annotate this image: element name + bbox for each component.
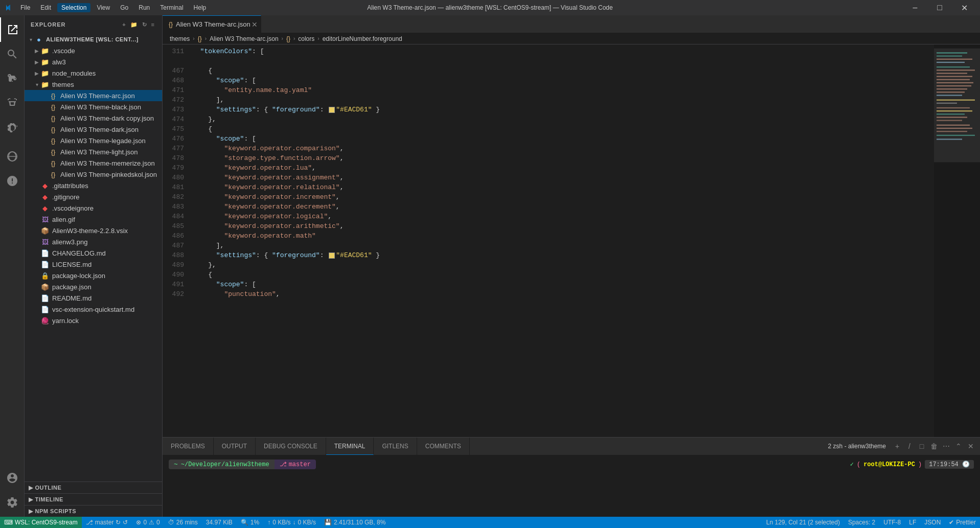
sidebar-item-alw3[interactable]: ▶ 📁 alw3 bbox=[25, 56, 162, 67]
outline-header[interactable]: ▶ OUTLINE bbox=[25, 482, 162, 493]
sidebar-item-alien-gif[interactable]: ▶ 🖼 alien.gif bbox=[25, 214, 162, 225]
status-eol-item[interactable]: LF bbox=[905, 517, 920, 528]
activity-problems[interactable] bbox=[0, 169, 25, 193]
code-line-467: { bbox=[188, 66, 934, 76]
new-file-icon[interactable]: + bbox=[121, 20, 127, 29]
sidebar-item-package[interactable]: ▶ 📦 package.json bbox=[25, 281, 162, 292]
maximize-button[interactable]: □ bbox=[928, 0, 951, 15]
breadcrumb-obj2[interactable]: {} bbox=[285, 35, 291, 42]
minimize-button[interactable]: – bbox=[903, 0, 927, 15]
sidebar-item-themes[interactable]: ▾ 📁 themes bbox=[25, 79, 162, 90]
breadcrumb-editor-line[interactable]: editorLineNumber.foreground bbox=[322, 35, 403, 42]
menu-selection[interactable]: Selection bbox=[57, 3, 90, 12]
status-size-item[interactable]: 34.97 KiB bbox=[202, 517, 237, 528]
sidebar-item-gitattributes[interactable]: ▶ ◆ .gitattributes bbox=[25, 180, 162, 191]
terminal-tab-output[interactable]: OUTPUT bbox=[214, 438, 256, 455]
status-lang-item[interactable]: JSON bbox=[920, 517, 945, 528]
sidebar-item-arc-json[interactable]: ▶ {} Alien W3 Theme-arc.json bbox=[25, 90, 162, 101]
sidebar-item-vscodeignore[interactable]: ▶ ◆ .vscodeignore bbox=[25, 202, 162, 214]
status-cursor-item[interactable]: Ln 129, Col 21 (2 selected) bbox=[762, 517, 844, 528]
sidebar-item-legade-json[interactable]: ▶ {} Alien W3 Theme-legade.json bbox=[25, 135, 162, 146]
terminal-tab-comments[interactable]: COMMENTS bbox=[417, 438, 470, 455]
status-errors-item[interactable]: ⊗ 0 ⚠ 0 bbox=[132, 517, 164, 528]
sidebar-root-item[interactable]: ▾ ● ALIENW3THEME [WSL: CENT...] bbox=[25, 34, 162, 45]
refresh-icon[interactable]: ↻ bbox=[141, 20, 148, 29]
activity-source-control[interactable] bbox=[0, 66, 25, 91]
terminal-trash-button[interactable]: 🗑 bbox=[929, 441, 939, 451]
activity-explorer[interactable] bbox=[0, 17, 25, 42]
activity-settings[interactable] bbox=[0, 490, 25, 515]
status-wsl-item[interactable]: ⌨ WSL: CentOS9-stream bbox=[0, 517, 82, 528]
menu-run[interactable]: Run bbox=[134, 3, 154, 12]
status-disk-item[interactable]: 💾 2.41/31.10 GB, 8% bbox=[320, 517, 390, 528]
terminal-tab-problems[interactable]: PROBLEMS bbox=[163, 438, 214, 455]
sidebar-item-package-lock[interactable]: ▶ 🔒 package-lock.json bbox=[25, 270, 162, 281]
sidebar-item-license[interactable]: ▶ 📄 LICENSE.md bbox=[25, 259, 162, 270]
menu-file[interactable]: File bbox=[16, 3, 34, 12]
terminal-tab-actions: 2 zsh - alienw3theme + / □ 🗑 ⋯ ⌃ ✕ bbox=[824, 438, 980, 455]
activity-debug[interactable] bbox=[0, 91, 25, 116]
status-encoding-item[interactable]: UTF-8 bbox=[879, 517, 905, 528]
activity-accounts[interactable] bbox=[0, 466, 25, 490]
status-git-item[interactable]: ⎇ master ↻ ↺ bbox=[82, 517, 132, 528]
breadcrumb-themes[interactable]: themes bbox=[169, 35, 191, 42]
status-zoom-item[interactable]: 🔍 1% bbox=[237, 517, 263, 528]
line-num-480: 480 bbox=[163, 173, 184, 182]
terminal-close-button[interactable]: ✕ bbox=[966, 441, 976, 451]
timeline-header[interactable]: ▶ TIMELINE bbox=[25, 494, 162, 505]
sidebar-item-quickstart[interactable]: ▶ 📄 vsc-extension-quickstart.md bbox=[25, 304, 162, 315]
status-formatter-item[interactable]: ✔ Prettier bbox=[945, 517, 980, 528]
sidebar-item-yarn-lock[interactable]: ▶ 🧶 yarn.lock bbox=[25, 315, 162, 326]
sidebar-item-light-json[interactable]: ▶ {} Alien W3 Theme-light.json bbox=[25, 146, 162, 157]
sidebar-item-black-json[interactable]: ▶ {} Alien W3 Theme-black.json bbox=[25, 101, 162, 112]
sidebar-item-readme[interactable]: ▶ 📄 README.md bbox=[25, 292, 162, 304]
activity-extensions[interactable] bbox=[0, 116, 25, 140]
activity-bar bbox=[0, 15, 25, 517]
activity-search[interactable] bbox=[0, 42, 25, 66]
activity-remote[interactable] bbox=[0, 144, 25, 169]
terminal-split-button[interactable]: / bbox=[904, 441, 915, 451]
terminal-tab-debug[interactable]: DEBUG CONSOLE bbox=[256, 438, 326, 455]
git-branch-icon: ⎇ bbox=[280, 461, 287, 468]
new-folder-icon[interactable]: 📁 bbox=[129, 20, 139, 29]
sidebar-item-memerize-json[interactable]: ▶ {} Alien W3 Theme-memerize.json bbox=[25, 157, 162, 169]
code-line-474: }, bbox=[188, 114, 934, 124]
sidebar-item-pinkedskol-json[interactable]: ▶ {} Alien W3 Theme-pinkedskol.json bbox=[25, 169, 162, 180]
collapse-icon[interactable]: ≡ bbox=[150, 20, 156, 29]
menu-terminal[interactable]: Terminal bbox=[156, 3, 187, 12]
close-button[interactable]: ✕ bbox=[952, 0, 976, 15]
status-spaces-item[interactable]: Spaces: 2 bbox=[844, 517, 879, 528]
status-network-item[interactable]: ↑ 0 KB/s ↓ 0 KB/s bbox=[263, 517, 320, 528]
terminal-add-button[interactable]: + bbox=[892, 441, 902, 451]
themes-folder-icon: 📁 bbox=[41, 80, 49, 88]
menu-help[interactable]: Help bbox=[190, 3, 211, 12]
sidebar-item-gitignore[interactable]: ▶ ◆ .gitignore bbox=[25, 191, 162, 202]
status-time-item[interactable]: ⏱ 26 mins bbox=[164, 517, 202, 528]
terminal-maximize-button[interactable]: □ bbox=[917, 441, 927, 451]
sidebar-item-dark-copy-json[interactable]: ▶ {} Alien W3 Theme-dark copy.json bbox=[25, 112, 162, 124]
sidebar-item-dark-json[interactable]: ▶ {} Alien W3 Theme-dark.json bbox=[25, 124, 162, 135]
sidebar-item-alienw3-png[interactable]: ▶ 🖼 alienw3.png bbox=[25, 236, 162, 247]
breadcrumb-filename[interactable]: Alien W3 Theme-arc.json bbox=[209, 35, 280, 42]
sidebar-item-changelog[interactable]: ▶ 📄 CHANGELOG.md bbox=[25, 247, 162, 259]
terminal-tab-gitlens[interactable]: GITLENS bbox=[374, 438, 417, 455]
breadcrumb-colors[interactable]: colors bbox=[297, 35, 315, 42]
sidebar-item-node-modules[interactable]: ▶ 📁 node_modules bbox=[25, 67, 162, 79]
terminal-body[interactable]: ~ ~/Developer/alienw3theme ⎇ master ✓ ( … bbox=[163, 455, 980, 517]
breadcrumb-sep2: › bbox=[205, 36, 207, 41]
terminal-chevron-up[interactable]: ⌃ bbox=[953, 441, 964, 451]
sidebar-item-vsix[interactable]: ▶ 📦 AlienW3-theme-2.2.8.vsix bbox=[25, 225, 162, 236]
sidebar-item-vscode[interactable]: ▶ 📁 .vscode bbox=[25, 45, 162, 56]
npm-scripts-header[interactable]: ▶ NPM SCRIPTS bbox=[25, 506, 162, 517]
menu-go[interactable]: Go bbox=[116, 3, 132, 12]
disk-label: 2.41/31.10 GB, 8% bbox=[334, 519, 385, 526]
terminal-more-button[interactable]: ⋯ bbox=[941, 441, 951, 451]
code-editor[interactable]: "tokenColors": [ { "scope": [ "entity.na… bbox=[188, 44, 934, 437]
tab-close-button[interactable]: ✕ bbox=[250, 20, 259, 29]
menu-view[interactable]: View bbox=[93, 3, 114, 12]
menu-edit[interactable]: Edit bbox=[36, 3, 55, 12]
breadcrumb-obj1[interactable]: {} bbox=[197, 35, 203, 42]
terminal-tab-terminal[interactable]: TERMINAL bbox=[326, 438, 374, 455]
tab-arc-json[interactable]: {} Alien W3 Theme-arc.json ✕ bbox=[163, 15, 261, 33]
vscode-label: .vscode bbox=[52, 47, 75, 55]
